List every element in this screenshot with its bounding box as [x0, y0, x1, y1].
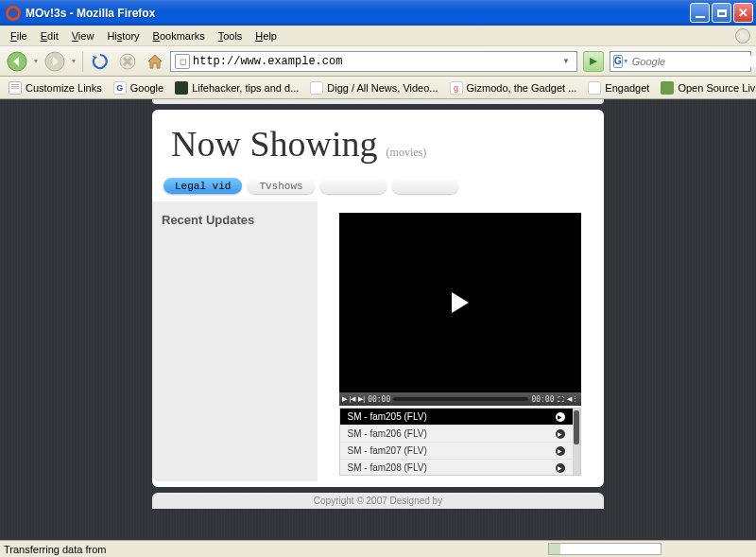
- bookmark-label: Lifehacker, tips and d...: [192, 82, 299, 94]
- reload-button[interactable]: [88, 49, 112, 74]
- time-current: 00:00: [368, 395, 390, 404]
- playlist-row[interactable]: SM - fam205 (FLV)▶: [340, 409, 580, 426]
- playlist-item-label: SM - fam207 (FLV): [348, 445, 427, 456]
- forward-dropdown[interactable]: ▼: [70, 49, 77, 74]
- lh-icon: [175, 81, 188, 95]
- home-button[interactable]: [143, 49, 167, 74]
- playlist-item-label: SM - fam206 (FLV): [348, 428, 427, 439]
- menu-tools[interactable]: Tools: [212, 28, 249, 44]
- playlist-play-icon[interactable]: ▶: [556, 412, 565, 422]
- digg-icon: [310, 81, 323, 95]
- search-input[interactable]: [632, 56, 756, 67]
- play-icon: [452, 292, 469, 313]
- menu-help[interactable]: Help: [249, 28, 284, 44]
- goog-icon: G: [113, 81, 127, 95]
- playlist-play-icon[interactable]: ▶: [556, 446, 565, 456]
- window-titlebar: MOv!3s - Mozilla Firefox ✕: [0, 0, 756, 26]
- menu-history[interactable]: History: [100, 28, 146, 44]
- url-favicon-icon: ◻: [175, 54, 190, 69]
- playlist-row[interactable]: SM - fam206 (FLV)▶: [340, 426, 580, 443]
- footer-text: Copyright © 2007 Designed by: [314, 496, 442, 506]
- stop-button[interactable]: [115, 49, 140, 74]
- content-tab[interactable]: Legal vid: [163, 178, 242, 194]
- top-spacer: [152, 99, 604, 104]
- sidebar-heading: Recent Updates: [162, 213, 308, 227]
- bookmark-label: Google: [130, 82, 163, 94]
- page-subtitle: (movies): [387, 146, 427, 159]
- tab-row: Legal vidTvshows··: [152, 174, 604, 201]
- content-tab[interactable]: ·: [320, 178, 387, 194]
- bookmark-item[interactable]: GGoogle: [109, 79, 168, 96]
- close-button[interactable]: ✕: [733, 3, 753, 23]
- minimize-button[interactable]: [690, 3, 710, 23]
- time-total: 00:00: [531, 395, 554, 404]
- content-tab[interactable]: Tvshows: [248, 178, 314, 194]
- prev-button[interactable]: |◀: [350, 395, 356, 403]
- separator: [82, 51, 83, 72]
- bookmark-label: Customize Links: [26, 82, 102, 94]
- menu-file[interactable]: File: [4, 28, 34, 44]
- eng-icon: [588, 81, 601, 95]
- sidebar: Recent Updates: [152, 201, 318, 481]
- go-button[interactable]: [583, 51, 604, 72]
- url-dropdown-icon[interactable]: ▼: [559, 57, 573, 65]
- menu-bookmarks[interactable]: Bookmarks: [146, 28, 212, 44]
- bookmark-label: Gizmodo, the Gadget ...: [467, 82, 577, 94]
- progress-bar: [548, 543, 662, 555]
- status-text: Transferring data from: [4, 544, 106, 555]
- playlist-play-icon[interactable]: ▶: [556, 429, 565, 439]
- status-bar: Transferring data from: [0, 540, 756, 557]
- volume-button[interactable]: ◀⋮: [567, 395, 578, 403]
- osl-icon: [661, 81, 674, 95]
- page-title: Now Showing: [171, 124, 378, 164]
- page-header: Now Showing (movies): [152, 110, 604, 174]
- url-input[interactable]: [193, 55, 559, 68]
- player-controls: ▶ |◀ ▶| 00:00 00:00 ⛶ ◀⋮: [339, 392, 581, 406]
- play-button[interactable]: ▶: [342, 395, 347, 403]
- video-player[interactable]: [339, 213, 581, 392]
- playlist-scrollbar[interactable]: [573, 409, 580, 475]
- url-bar[interactable]: ◻ ▼: [170, 51, 577, 72]
- bookmark-item[interactable]: Digg / All News, Video...: [305, 79, 442, 96]
- page-icon: [9, 81, 22, 95]
- menu-edit[interactable]: Edit: [34, 28, 65, 44]
- next-button[interactable]: ▶|: [358, 395, 365, 403]
- activity-throbber-icon: [735, 28, 750, 44]
- main-pane: ▶ |◀ ▶| 00:00 00:00 ⛶ ◀⋮ SM - fam205 (FL…: [318, 201, 604, 481]
- bookmark-item[interactable]: Lifehacker, tips and d...: [170, 79, 303, 96]
- playlist-play-icon[interactable]: ▶: [556, 463, 565, 473]
- bookmark-label: Open Source Living: [678, 82, 756, 94]
- page-footer: Copyright © 2007 Designed by: [152, 493, 604, 509]
- page-content: Now Showing (movies) Legal vidTvshows·· …: [0, 99, 756, 540]
- bookmark-label: Digg / All News, Video...: [327, 82, 438, 94]
- search-engine-icon[interactable]: G: [613, 55, 623, 68]
- bookmarks-toolbar: Customize LinksGGoogleLifehacker, tips a…: [0, 77, 756, 99]
- search-bar[interactable]: G ▼: [610, 51, 751, 72]
- seek-track[interactable]: [393, 397, 528, 401]
- back-dropdown[interactable]: ▼: [32, 49, 40, 74]
- bookmark-item[interactable]: Customize Links: [4, 79, 107, 96]
- search-engine-dropdown[interactable]: ▼: [623, 49, 629, 74]
- playlist-item-label: SM - fam205 (FLV): [348, 411, 427, 422]
- playlist-row[interactable]: SM - fam207 (FLV)▶: [340, 443, 580, 460]
- maximize-button[interactable]: [712, 3, 731, 23]
- playlist: SM - fam205 (FLV)▶SM - fam206 (FLV)▶SM -…: [339, 408, 581, 476]
- bookmark-item[interactable]: Engadget: [583, 79, 654, 96]
- playlist-item-label: SM - fam208 (FLV): [348, 462, 427, 473]
- firefox-icon: [6, 6, 21, 21]
- menu-bar: File Edit View History Bookmarks Tools H…: [0, 26, 756, 46]
- bookmark-item[interactable]: Open Source Living: [656, 79, 756, 96]
- menu-view[interactable]: View: [65, 28, 101, 44]
- window-title: MOv!3s - Mozilla Firefox: [26, 7, 690, 20]
- fullscreen-button[interactable]: ⛶: [558, 396, 564, 403]
- nav-toolbar: ▼ ▼ ◻ ▼ G ▼: [0, 46, 756, 77]
- playlist-row[interactable]: SM - fam208 (FLV)▶: [340, 460, 580, 476]
- content-tab[interactable]: ·: [392, 178, 458, 194]
- bookmark-label: Engadget: [605, 82, 649, 94]
- forward-button[interactable]: [43, 49, 67, 74]
- bookmark-item[interactable]: gGizmodo, the Gadget ...: [445, 79, 582, 96]
- giz-icon: g: [450, 81, 463, 95]
- back-button[interactable]: [5, 49, 29, 74]
